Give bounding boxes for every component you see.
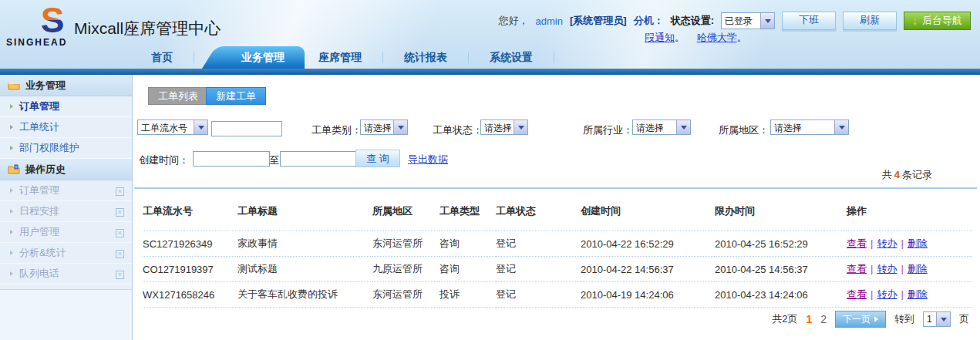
ticket-title: 家政事情: [237, 231, 372, 257]
col-created: 创建时间: [581, 192, 715, 231]
notice-ticker: 叚通知。 哈佛大学。: [645, 31, 756, 45]
ticket-type: 投诉: [439, 282, 496, 308]
nav-separator: [468, 52, 469, 63]
delete-link[interactable]: 删除: [908, 263, 928, 274]
close-icon[interactable]: [116, 229, 124, 237]
transfer-link[interactable]: 转办: [877, 237, 897, 249]
date-to-input[interactable]: [280, 151, 357, 167]
close-icon[interactable]: [116, 208, 124, 217]
notice-link-1[interactable]: 叚通知: [645, 32, 675, 43]
user-role-text: [系统管理员]: [570, 14, 627, 28]
sidebar-history-order-management[interactable]: 订单管理: [0, 180, 132, 201]
close-icon[interactable]: [116, 250, 124, 258]
region-label: 所属地区：: [719, 123, 769, 137]
next-page-button[interactable]: 下一页: [835, 311, 886, 328]
tab-system-settings[interactable]: 系统设置: [476, 46, 547, 69]
chevron-down-icon: [194, 120, 207, 134]
off-duty-button[interactable]: 下班: [782, 12, 836, 30]
sidebar-item-label: 分析&统计: [19, 246, 66, 260]
created-time-label: 创建时间：: [139, 153, 189, 167]
content-divider: [134, 187, 977, 189]
tab-statistics-report[interactable]: 统计报表: [390, 46, 461, 69]
main-content: 工单列表 新建工单 工单流水号 工单类别： 请选择 工单状态： 请选择: [133, 75, 980, 340]
delete-link[interactable]: 删除: [908, 237, 928, 249]
notice-link-2[interactable]: 哈佛大学: [697, 32, 737, 43]
ticket-region: 东河运管所: [372, 282, 439, 308]
ticket-deadline: 2010-04-25 14:56:37: [715, 257, 847, 282]
query-button[interactable]: 查 询: [355, 150, 400, 167]
sidebar-item-order-management[interactable]: 订单管理: [0, 96, 132, 117]
tab-agent-management[interactable]: 座席管理: [305, 46, 375, 69]
search-input[interactable]: [211, 121, 282, 136]
ticket-type-select[interactable]: 请选择: [360, 120, 408, 135]
chevron-down-icon: [760, 13, 774, 29]
filter-row-1: 工单流水号 工单类别： 请选择 工单状态： 请选择 所属行业： 请选择: [133, 120, 980, 140]
transfer-link[interactable]: 转办: [877, 288, 897, 300]
page-number-2[interactable]: 2: [820, 313, 827, 325]
status-select[interactable]: 已登录: [721, 12, 775, 29]
action-separator: |: [901, 288, 903, 300]
nav-separator: [382, 52, 383, 63]
col-deadline: 限办时间: [715, 192, 847, 231]
bullet-arrow-icon: [10, 146, 13, 150]
ticket-status-select[interactable]: 请选择: [480, 120, 528, 135]
tab-business-management[interactable]: 业务管理: [221, 46, 305, 69]
record-count: 共4条记录: [882, 168, 932, 182]
bullet-arrow-icon: [10, 251, 13, 255]
ticket-created: 2010-04-22 16:52:29: [581, 231, 715, 257]
next-page-label: 下一页: [843, 313, 871, 326]
backend-nav-button[interactable]: ↓ 后台导航: [904, 12, 971, 30]
ticket-type-label: 工单类别：: [312, 123, 362, 137]
sidebar-history-analysis-statistics[interactable]: 分析&统计: [0, 243, 132, 264]
col-type: 工单类型: [439, 192, 496, 231]
page-number-1[interactable]: 1: [806, 313, 812, 325]
ticket-status-label: 工单状态：: [433, 123, 483, 137]
view-link[interactable]: 查看: [847, 237, 867, 249]
ticket-title: 测试标题: [237, 257, 372, 282]
refresh-button[interactable]: 刷新: [843, 12, 897, 30]
sidebar-item-ticket-statistics[interactable]: 工单统计: [0, 117, 132, 138]
sidebar-item-department-permissions[interactable]: 部门权限维护: [0, 138, 132, 159]
export-data-link[interactable]: 导出数据: [408, 153, 448, 167]
sidebar-item-label: 队列电话: [19, 267, 59, 281]
right-arrow-icon: [874, 316, 878, 322]
new-ticket-button[interactable]: 新建工单: [206, 87, 266, 105]
ticket-region: 东河运管所: [372, 231, 439, 257]
close-icon[interactable]: [116, 187, 124, 196]
action-separator: |: [871, 237, 873, 249]
transfer-link[interactable]: 转办: [877, 263, 897, 274]
delete-link[interactable]: 删除: [908, 288, 928, 300]
filter-row-2: 创建时间： 至 查 询 导出数据: [133, 150, 980, 170]
goto-page-select[interactable]: 1: [923, 311, 951, 327]
action-separator: |: [901, 263, 903, 274]
industry-select[interactable]: 请选择: [632, 120, 691, 135]
sidebar-history-schedule[interactable]: 日程安排: [0, 201, 132, 222]
pagination: 共2页 1 2 下一页 转到 1 页: [772, 311, 969, 328]
view-link[interactable]: 查看: [847, 263, 867, 274]
sidebar-item-label: 订单管理: [19, 183, 59, 197]
ticket-type-value: 请选择: [361, 120, 393, 134]
view-link[interactable]: 查看: [847, 288, 867, 300]
tab-home[interactable]: 首页: [137, 46, 187, 69]
nav-separator: [554, 52, 554, 63]
date-from-input[interactable]: [193, 151, 270, 167]
sidebar-history-user-management[interactable]: 用户管理: [0, 222, 132, 243]
extension-label: 分机：: [634, 14, 664, 28]
industry-value: 请选择: [633, 120, 676, 134]
col-actions: 操作: [847, 192, 972, 231]
ticket-list-button[interactable]: 工单列表: [148, 87, 208, 105]
ticket-status: 登记: [496, 282, 581, 308]
ticket-status-value: 请选择: [481, 120, 514, 134]
ticket-created: 2010-04-19 14:24:06: [581, 282, 715, 308]
sidebar-item-label: 部门权限维护: [19, 141, 79, 155]
sidebar-history-queue-calls[interactable]: 队列电话: [0, 264, 132, 284]
goto-page-value: 1: [924, 312, 936, 326]
header: S S SINGHEAD Mixcall座席管理中心 您好， admin [系统…: [0, 0, 980, 69]
sidebar-item-label: 订单管理: [19, 99, 59, 113]
search-type-select[interactable]: 工单流水号: [137, 120, 208, 135]
action-separator: |: [871, 263, 873, 274]
close-icon[interactable]: [116, 271, 124, 279]
region-select[interactable]: 请选择: [770, 120, 849, 135]
backend-nav-label: 后台导航: [922, 14, 962, 28]
sidebar-section-title: 操作历史: [25, 163, 66, 177]
